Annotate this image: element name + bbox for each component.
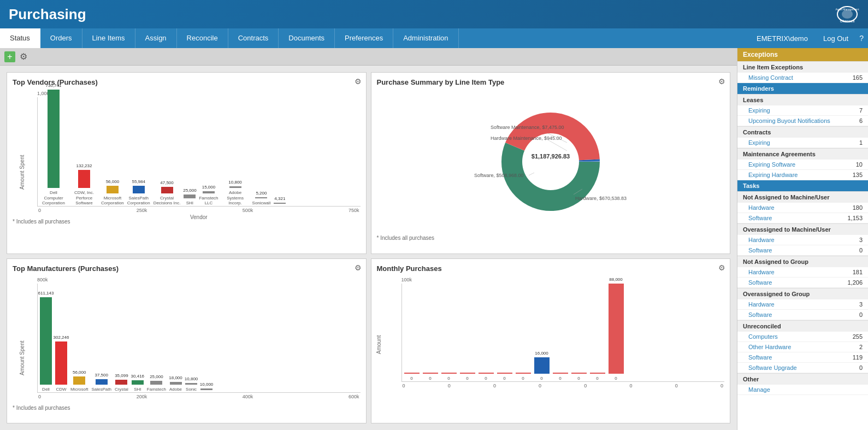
hardware-over-group-count: 3 — [859, 301, 863, 308]
mfg-note: * Includes all purchases — [13, 405, 361, 411]
monthly-y-axis: Amount — [375, 335, 381, 354]
expiring-software-link[interactable]: Expiring Software — [748, 161, 795, 168]
software-unrec-row[interactable]: Software 119 — [737, 352, 868, 363]
tab-orders[interactable]: Orders — [40, 28, 82, 48]
hardware-over-group-link[interactable]: Hardware — [748, 301, 775, 308]
settings-gear-icon[interactable]: ⚙ — [20, 51, 27, 62]
software-not-machine-row[interactable]: Software 1,153 — [737, 213, 868, 223]
tab-status[interactable]: Status — [0, 28, 40, 48]
mfg-bar-adobe: 18,000 Adobe — [169, 382, 182, 392]
upcoming-buyout-link[interactable]: Upcoming Buyout Notifications — [748, 117, 830, 124]
software-over-group-row[interactable]: Software 0 — [737, 310, 868, 320]
tasks-header: Tasks — [737, 180, 868, 191]
software-upgrade-row[interactable]: Software Upgrade 0 — [737, 363, 868, 373]
bar-crystal: 47,500 CrystalDecisions Inc. — [153, 187, 181, 206]
donut-chart-svg: $1,187,926.83 Software Maintenance, $7,4… — [469, 96, 633, 227]
current-user: EMETRIX\demo — [748, 34, 817, 43]
software-over-machine-row[interactable]: Software 0 — [737, 245, 868, 256]
software-over-group-count: 0 — [859, 311, 863, 318]
expiring-software-row[interactable]: Expiring Software 10 — [737, 160, 868, 170]
overassigned-group-header: Overassigned to Group — [737, 288, 868, 299]
bar-ms: 56,000 MicrosoftCorporation — [101, 186, 124, 206]
software-not-group-count: 1,206 — [847, 279, 863, 286]
vendors-gear-icon[interactable]: ⚙ — [355, 77, 362, 86]
tab-administration[interactable]: Administration — [393, 28, 458, 48]
computers-row[interactable]: Computers 255 — [737, 332, 868, 342]
svg-point-8 — [522, 133, 579, 190]
software-not-group-link[interactable]: Software — [748, 279, 772, 286]
add-button[interactable]: + — [4, 51, 15, 62]
vendors-bar-chart-inner: Amount Spent 730,741 Dell ComputerCorpor… — [37, 97, 361, 207]
missing-contract-row[interactable]: Missing Contract 165 — [737, 73, 868, 83]
software-unrec-link[interactable]: Software — [748, 354, 772, 361]
mfg-bar-ms: 56,000 Microsoft — [70, 376, 88, 392]
top-manufacturers-chart: 800k Amount Spent 611,143 Dell — [13, 277, 361, 403]
purchase-gear-icon[interactable]: ⚙ — [718, 77, 725, 86]
monthly-purchases-panel: Monthly Purchases ⚙ 100k Amount 0 0 0 0 … — [371, 258, 731, 424]
computers-count: 255 — [853, 333, 863, 340]
logout-button[interactable]: Log Out — [817, 34, 855, 43]
hardware-over-machine-link[interactable]: Hardware — [748, 237, 775, 243]
other-section-header: Other — [737, 373, 868, 385]
tab-contracts[interactable]: Contracts — [228, 28, 279, 48]
other-hardware-row[interactable]: Other Hardware 2 — [737, 342, 868, 352]
expiring-hardware-link[interactable]: Expiring Hardware — [748, 172, 798, 178]
tab-preferences[interactable]: Preferences — [335, 28, 393, 48]
hardware-not-machine-link[interactable]: Hardware — [748, 204, 775, 211]
hardware-not-group-link[interactable]: Hardware — [748, 269, 775, 275]
mfg-bar-sonic: 10,800 Sonic — [185, 383, 197, 392]
overassigned-machine-header: Overassigned to Machine/User — [737, 223, 868, 235]
manufacturers-gear-icon[interactable]: ⚙ — [355, 263, 362, 272]
manage-row[interactable]: Manage — [737, 385, 868, 395]
top-vendors-panel: Top Vendors (Purchases) ⚙ 1,000k Amount … — [7, 72, 367, 254]
expiring-leases-link[interactable]: Expiring — [748, 107, 770, 114]
monthly-gear-icon[interactable]: ⚙ — [718, 263, 725, 272]
missing-contract-link[interactable]: Missing Contract — [748, 74, 793, 81]
hardware-over-machine-row[interactable]: Hardware 3 — [737, 235, 868, 245]
nav-bar: Status Orders Line Items Assign Reconcil… — [0, 28, 868, 48]
mfg-bar-shi: 30,416 SHI — [132, 380, 144, 392]
contracts-expiring-row[interactable]: Expiring 1 — [737, 138, 868, 148]
expiring-leases-row[interactable]: Expiring 7 — [737, 105, 868, 116]
purchase-summary-panel: Purchase Summary by Line Item Type ⚙ — [371, 72, 731, 254]
tab-line-items[interactable]: Line Items — [82, 28, 135, 48]
other-hardware-link[interactable]: Other Hardware — [748, 344, 791, 350]
tab-documents[interactable]: Documents — [279, 28, 335, 48]
mfg-bar-last: 10,000 — [200, 388, 212, 392]
software-over-machine-link[interactable]: Software — [748, 247, 772, 254]
software-not-machine-link[interactable]: Software — [748, 215, 772, 221]
svg-text:Hardware, $670,538.83: Hardware, $670,538.83 — [575, 196, 627, 201]
contracts-expiring-link[interactable]: Expiring — [748, 139, 770, 146]
reminders-header: Reminders — [737, 83, 868, 94]
hardware-not-group-count: 181 — [853, 269, 863, 275]
software-not-group-row[interactable]: Software 1,206 — [737, 278, 868, 288]
computers-link[interactable]: Computers — [748, 333, 778, 340]
bar-sales: 55,984 SalesPathCorporation — [127, 186, 150, 206]
dashboard: Top Vendors (Purchases) ⚙ 1,000k Amount … — [0, 66, 737, 430]
manage-link[interactable]: Manage — [748, 386, 770, 393]
expiring-hardware-row[interactable]: Expiring Hardware 135 — [737, 170, 868, 180]
bar-sonic: 5,200 Sonicwall — [252, 197, 271, 206]
contracts-expiring-count: 1 — [859, 139, 863, 146]
sidebar-scroll-container: Exceptions Line Item Exceptions Missing … — [737, 48, 868, 395]
top-manufacturers-panel: Top Manufacturers (Purchases) ⚙ 800k Amo… — [7, 258, 367, 424]
main-container: + ⚙ Top Vendors (Purchases) ⚙ 1,000k Amo… — [0, 48, 868, 430]
software-upgrade-link[interactable]: Software Upgrade — [748, 364, 797, 371]
top-vendors-title: Top Vendors (Purchases) — [13, 78, 361, 86]
mfg-bar-cdw: 302,246 CDW — [55, 341, 67, 392]
help-button[interactable]: ? — [855, 34, 868, 43]
hardware-not-machine-row[interactable]: Hardware 180 — [737, 203, 868, 213]
donut-chart-container: $1,187,926.83 Software Maintenance, $7,4… — [377, 91, 725, 233]
mfg-y-axis: Amount Spent — [19, 341, 25, 375]
upcoming-buyout-row[interactable]: Upcoming Buyout Notifications 6 — [737, 116, 868, 126]
mfg-bar-fams: 25,000 Famstech — [147, 381, 166, 392]
hardware-not-group-row[interactable]: Hardware 181 — [737, 267, 868, 278]
logo: Cherwell Asset Management — [835, 5, 859, 23]
right-sidebar: Exceptions Line Item Exceptions Missing … — [737, 48, 868, 430]
expiring-software-count: 10 — [856, 161, 863, 168]
tab-reconcile[interactable]: Reconcile — [177, 28, 228, 48]
software-over-group-link[interactable]: Software — [748, 311, 772, 318]
contracts-section-header: Contracts — [737, 126, 868, 138]
tab-assign[interactable]: Assign — [135, 28, 177, 48]
hardware-over-group-row[interactable]: Hardware 3 — [737, 299, 868, 310]
